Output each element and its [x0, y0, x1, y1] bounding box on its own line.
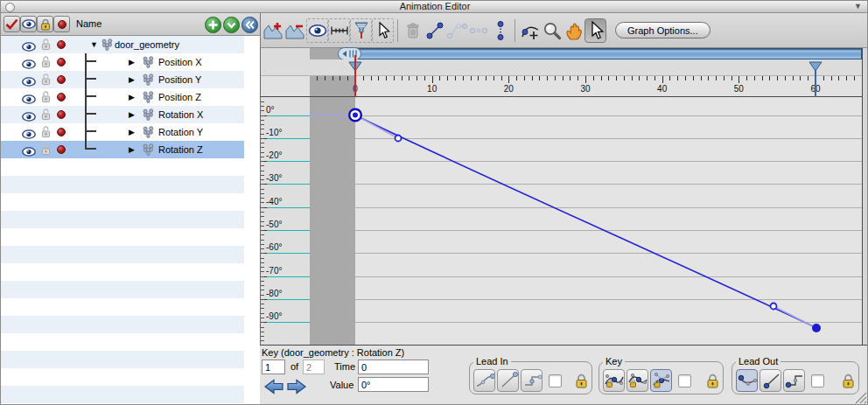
key-index-field[interactable] — [262, 360, 285, 374]
tree-row-position-y[interactable]: ▶Position Y — [1, 71, 244, 88]
lead-in-checkbox[interactable] — [549, 374, 562, 388]
show-curves-icon[interactable] — [306, 18, 328, 43]
visibility-column-button[interactable] — [20, 16, 37, 32]
add-key-on-curve-icon[interactable] — [519, 18, 541, 43]
lock-icon[interactable] — [41, 38, 51, 54]
remove-keyframe-icon[interactable] — [284, 18, 306, 43]
axis-minor-tick — [261, 179, 264, 180]
disclosure-triangle-collapsed[interactable]: ▶ — [129, 110, 135, 119]
curve-segment[interactable] — [355, 115, 816, 329]
record-dot-icon[interactable] — [57, 145, 66, 154]
set-time-marker-icon[interactable] — [350, 18, 372, 43]
tree-row-door_geometry[interactable]: ▼door_geometry — [1, 36, 244, 53]
collapse-panel-button[interactable] — [242, 17, 258, 33]
lead-in-lock-icon[interactable] — [575, 374, 588, 388]
lead-in-ease-button[interactable] — [473, 369, 495, 392]
ruler-tick — [371, 76, 372, 80]
ruler-tick — [846, 76, 847, 80]
lock-icon[interactable] — [41, 73, 51, 89]
equalize-keys-icon[interactable] — [467, 18, 489, 43]
lock-icon[interactable] — [41, 126, 51, 142]
disclosure-triangle-collapsed[interactable]: ▶ — [129, 75, 135, 84]
pan-tool-icon[interactable] — [563, 18, 584, 43]
lead-out-step-button[interactable] — [783, 369, 805, 392]
resize-grip[interactable] — [855, 392, 867, 405]
key-tangent-a-button[interactable] — [603, 369, 625, 392]
graph-options-button[interactable]: Graph Options... — [615, 22, 710, 38]
key-checkbox[interactable] — [678, 374, 691, 388]
soft-tangents-icon[interactable] — [445, 18, 467, 43]
lock-column-button[interactable] — [37, 16, 53, 32]
lead-in-label: Lead In — [473, 356, 511, 367]
key-lock-icon[interactable] — [706, 374, 719, 388]
value-field[interactable] — [358, 377, 429, 392]
tree-row-position-z[interactable]: ▶Position Z — [1, 88, 244, 106]
ruler-tick — [416, 76, 417, 80]
ruler-tick — [662, 76, 663, 83]
tree-row-rotation-z[interactable]: ▶Rotation Z — [1, 141, 244, 158]
range-slider-bar[interactable] — [340, 48, 862, 59]
tree-row-rotation-x[interactable]: ▶Rotation X — [1, 106, 244, 123]
tree-row-label: Position Z — [158, 92, 201, 102]
lock-icon[interactable] — [41, 56, 51, 72]
disclosure-triangle-collapsed[interactable]: ▶ — [129, 145, 135, 154]
lead-in-linear-button[interactable] — [497, 369, 519, 392]
select-tool-icon[interactable] — [584, 18, 606, 43]
record-dot-icon[interactable] — [57, 93, 66, 101]
key-tangent-c-button[interactable] — [650, 369, 672, 392]
add-keyframe-icon[interactable] — [262, 18, 284, 43]
record-dot-icon[interactable] — [57, 75, 66, 84]
scale-keys-icon[interactable] — [328, 18, 350, 43]
axis-minor-tick — [261, 110, 264, 111]
tangent-handle[interactable] — [771, 304, 777, 310]
disclosure-triangle-collapsed[interactable]: ▶ — [129, 58, 135, 66]
expand-all-button[interactable] — [223, 17, 240, 33]
disclosure-triangle-expanded[interactable]: ▼ — [90, 40, 98, 49]
add-track-button[interactable] — [205, 17, 221, 33]
animation-curve[interactable] — [310, 97, 863, 345]
record-column-button[interactable] — [53, 16, 70, 32]
record-dot-icon[interactable] — [57, 58, 66, 66]
lock-icon[interactable] — [41, 108, 51, 124]
lead-out-ease-button[interactable] — [736, 369, 758, 392]
linear-tangents-icon[interactable] — [424, 18, 445, 43]
lead-in-step-button[interactable] — [521, 369, 542, 392]
previous-key-button[interactable] — [263, 379, 284, 398]
playhead-line[interactable] — [354, 55, 356, 97]
time-field[interactable] — [358, 360, 429, 374]
axis-minor-tick — [261, 221, 264, 222]
check-all-button[interactable] — [4, 16, 20, 32]
range-end-line — [815, 69, 816, 97]
delete-key-icon[interactable] — [402, 18, 424, 43]
ruler-tick — [424, 76, 425, 80]
tree-row-label: Rotation Y — [158, 127, 203, 137]
lock-icon[interactable] — [41, 143, 51, 159]
lead-out-linear-button[interactable] — [760, 369, 781, 392]
zoom-tool-icon[interactable] — [541, 18, 563, 43]
linear-icon — [499, 371, 518, 390]
lead-out-checkbox[interactable] — [811, 374, 824, 388]
tree-row-rotation-y[interactable]: ▶Rotation Y — [1, 123, 244, 141]
axis-label: -90° — [266, 311, 282, 321]
axis-label: -50° — [266, 220, 282, 229]
graph-toolbar: Graph Options... — [260, 13, 868, 48]
disclosure-triangle-collapsed[interactable]: ▶ — [129, 93, 135, 101]
window-collapse-icon[interactable]: ▼ — [854, 1, 862, 12]
key-tangent-b-button[interactable] — [626, 369, 648, 392]
record-dot-icon[interactable] — [57, 40, 66, 49]
disclosure-triangle-collapsed[interactable]: ▶ — [129, 128, 135, 136]
next-key-button[interactable] — [286, 379, 307, 398]
tree-row-position-x[interactable]: ▶Position X — [1, 53, 244, 71]
record-dot-icon[interactable] — [57, 110, 66, 119]
axis-guide-line — [262, 138, 310, 139]
lock-icon[interactable] — [41, 91, 51, 107]
lead-out-lock-icon[interactable] — [842, 374, 855, 388]
record-dot-icon[interactable] — [57, 128, 66, 136]
keyframe-point-end[interactable] — [812, 324, 821, 332]
ruler-tick — [570, 76, 570, 80]
track-icon — [142, 56, 155, 72]
ruler-tick — [624, 76, 625, 80]
tangent-handle[interactable] — [396, 136, 402, 142]
align-keys-icon[interactable] — [489, 18, 511, 43]
select-keys-icon[interactable] — [372, 18, 394, 43]
